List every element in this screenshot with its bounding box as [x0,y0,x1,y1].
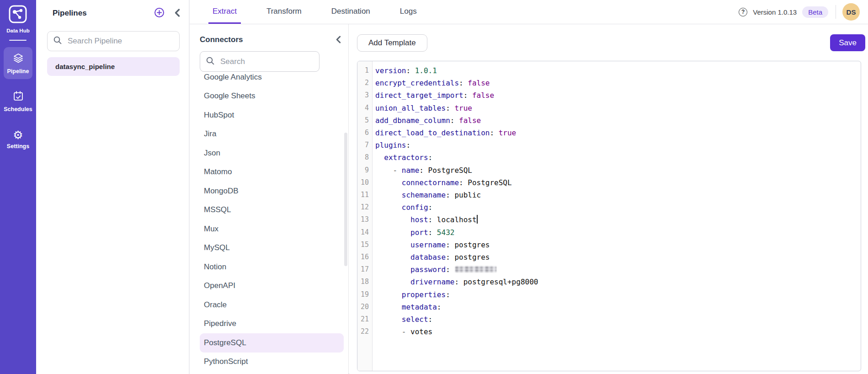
line-number: 2 [357,77,372,89]
connector-item-mux[interactable]: Mux [200,219,344,239]
pipeline-list: datasync_pipeline [47,57,180,76]
pipeline-search-box [47,31,180,51]
code-line: version: 1.0.1 [375,64,861,77]
plus-circle-icon [154,7,165,19]
connector-item-mongodb[interactable]: MongoDB [200,182,344,201]
code-line: password: [375,263,861,276]
line-number: 14 [357,226,372,239]
sidebar-item-label: Settings [7,143,29,150]
connector-item-matomo[interactable]: Matomo [200,163,344,182]
code-line: username: postgres [375,239,861,251]
line-number: 16 [357,251,372,263]
connector-item-hubspot[interactable]: HubSpot [200,106,344,125]
layers-icon [12,52,24,66]
connector-item-pythonscript[interactable]: PythonScript [200,353,344,372]
connector-item-notion[interactable]: Notion [200,257,344,277]
connector-item-postgresql[interactable]: PostgreSQL [200,333,344,353]
app-logo[interactable]: Data Hub [6,5,29,41]
yaml-code-editor[interactable]: 12345678910111213141516171819202122 vers… [357,61,861,371]
code-content[interactable]: version: 1.0.1encrypt_credentials: false… [373,61,861,371]
line-number: 4 [357,102,372,114]
topbar-divider [836,5,836,19]
version-label: Version 1.0.13 [753,8,797,16]
code-line: add_dbname_column: false [375,114,861,127]
code-line: union_all_tables: true [375,102,861,114]
text-cursor [477,215,478,224]
sidebar-item-label: Schedules [4,106,32,112]
connector-item-oracle[interactable]: Oracle [200,295,344,315]
line-number: 1 [357,64,372,77]
code-line: schemaname: public [375,189,861,201]
code-line: select: [375,313,861,326]
sidebar-item-schedules[interactable]: Schedules [4,85,32,117]
search-icon [206,56,215,67]
calendar-check-icon [12,90,24,104]
code-line: database: postgres [375,251,861,263]
line-number: 6 [357,127,372,139]
connector-item-json[interactable]: Json [200,144,344,163]
add-template-button[interactable]: Add Template [357,34,427,52]
code-line: extractors: [375,151,861,164]
line-number: 18 [357,276,372,288]
line-number: 19 [357,289,372,301]
code-line: drivername: postgresql+pg8000 [375,276,861,288]
beta-badge: Beta [802,6,828,18]
connector-list-scrollbar[interactable] [344,133,347,266]
code-line: plugins: [375,139,861,151]
code-line: port: 5432 [375,226,861,239]
chevron-left-icon [174,8,181,19]
tab-logs[interactable]: Logs [396,0,421,24]
line-number: 11 [357,189,372,201]
tab-transform[interactable]: Transform [262,0,306,24]
redacted-password [455,266,496,272]
connector-item-google-sheets[interactable]: Google Sheets [200,87,344,106]
app-window: Data Hub Pipeline [0,0,868,374]
sidebar-nav: Pipeline Schedules ⚙ Settings [4,47,32,155]
line-number: 17 [357,263,372,276]
sidebar-item-settings[interactable]: ⚙ Settings [4,123,32,155]
save-button[interactable]: Save [830,34,865,51]
connector-item-mysql[interactable]: MySQL [200,239,344,258]
collapse-connectors-button[interactable] [335,35,341,45]
gear-icon: ⚙ [13,129,23,141]
connector-item-openapi[interactable]: OpenAPI [200,277,344,296]
help-icon[interactable]: ? [739,8,747,16]
code-line: - votes [375,326,861,338]
code-line: host: localhost [375,214,861,226]
code-line: direct_target_import: false [375,89,861,102]
code-line: connectorname: PostgreSQL [375,176,861,189]
tab-extract[interactable]: Extract [208,0,241,24]
sidebar-item-pipeline[interactable]: Pipeline [4,47,32,79]
code-line: - name: PostgreSQL [375,164,861,176]
data-hub-logo-icon [8,5,27,26]
line-number: 3 [357,89,372,102]
line-number: 15 [357,239,372,251]
main-sidebar: Data Hub Pipeline [0,0,36,374]
connector-item-mssql[interactable]: MSSQL [200,201,344,220]
line-number: 21 [357,313,372,326]
pipelines-panel: Pipelines [36,0,190,374]
connector-item-google-analytics[interactable]: Google Analytics [200,73,344,87]
connector-item-pipedrive[interactable]: Pipedrive [200,315,344,334]
app-name: Data Hub [6,28,29,33]
connector-search-input[interactable] [220,57,321,66]
user-avatar[interactable]: DS [842,3,860,21]
connector-list: Google AnalyticsGoogle SheetsHubSpotJira… [190,73,348,374]
collapse-pipelines-button[interactable] [174,8,181,19]
pipeline-search-input[interactable] [68,37,174,46]
add-pipeline-button[interactable] [154,7,165,19]
code-line: config: [375,201,861,214]
connector-search-box [200,51,320,72]
topbar-right: ? Version 1.0.13 Beta DS [739,0,868,24]
editor-area: Add Template Save 1234567891011121314151… [349,24,868,374]
pipeline-item-datasync-pipeline[interactable]: datasync_pipeline [47,57,180,76]
line-number: 20 [357,301,372,313]
tab-destination[interactable]: Destination [327,0,374,24]
code-line: properties: [375,289,861,301]
tab-bar: ExtractTransformDestinationLogs [190,0,421,24]
line-number-gutter: 12345678910111213141516171819202122 [357,61,373,371]
connector-item-jira[interactable]: Jira [200,125,344,144]
line-number: 13 [357,214,372,226]
code-line: encrypt_credentials: false [375,77,861,89]
code-line: metadata: [375,301,861,313]
